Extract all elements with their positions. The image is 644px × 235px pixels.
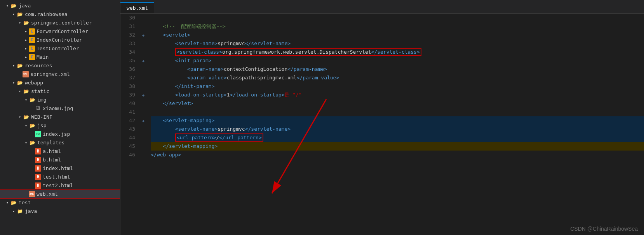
folder-icon-java2 [16, 208, 23, 214]
tree-item-index.html[interactable]: index.html [0, 164, 120, 173]
tree-item-WEB-INF[interactable]: WEB-INF [0, 113, 120, 121]
gutter-cell-40 [139, 99, 148, 108]
tree-label-java: java [19, 2, 31, 10]
gutter-cell-41 [139, 108, 148, 116]
code-line-44[interactable]: <url-pattern>/</url-pattern> [151, 133, 644, 142]
file-tree[interactable]: javacom.rainbowseaspringmvc.controllerFo… [0, 0, 120, 235]
code-line-36[interactable]: <param-name>contextConfigLocation</param… [151, 65, 644, 74]
tree-arrow-IndexController [23, 36, 29, 44]
java-icon-Main [29, 54, 35, 60]
tree-label-b.html: b.html [43, 156, 61, 164]
tree-arrow-TestController [23, 45, 29, 53]
tree-arrow-test [5, 199, 10, 207]
code-line-34[interactable]: <servlet-class>org.springframework.web.s… [151, 48, 644, 56]
code-line-40[interactable]: </servlet> [151, 99, 644, 108]
tree-item-index.jsp[interactable]: index.jsp [0, 130, 120, 139]
tree-item-web.xml[interactable]: web.xml [0, 190, 120, 198]
tree-item-test.html[interactable]: test.html [0, 173, 120, 181]
folder-icon-jsp [29, 123, 36, 129]
tree-label-index.html: index.html [43, 165, 73, 172]
tree-item-webapp[interactable]: webapp [0, 79, 120, 87]
tree-arrow-templates [23, 139, 29, 147]
code-line-41[interactable] [151, 108, 644, 116]
tree-item-img[interactable]: img [0, 96, 120, 104]
tree-arrow-static [17, 88, 23, 95]
line-num-37: 37 [120, 74, 135, 82]
code-line-33[interactable]: <servlet-name>springmvc</servlet-name> [151, 39, 644, 48]
java-icon-IndexController [29, 37, 35, 43]
line-num-44: 44 [120, 133, 135, 142]
code-line-39[interactable]: <load-on-startup>1</load-on-startup>是 "/… [151, 91, 644, 99]
tree-item-static[interactable]: static [0, 87, 120, 96]
folder-icon-test [10, 200, 17, 206]
tree-label-WEB-INF: WEB-INF [31, 113, 52, 121]
line-num-38: 38 [120, 82, 135, 91]
gutter-cell-46 [139, 151, 148, 159]
code-line-30[interactable] [151, 14, 644, 22]
line-num-43: 43 [120, 125, 135, 133]
gutter-cell-42: ◆ [139, 116, 148, 125]
tree-label-ForwardController: ForwardController [37, 28, 88, 35]
tree-label-Main: Main [37, 53, 49, 61]
tree-item-test2.html[interactable]: test2.html [0, 181, 120, 190]
line-num-39: 39 [120, 91, 135, 99]
tree-label-java2: java [25, 207, 37, 215]
tree-item-resources[interactable]: resources [0, 61, 120, 70]
code-line-32[interactable]: <servlet> [151, 31, 644, 39]
code-line-35[interactable]: <init-param> [151, 56, 644, 65]
tree-item-a.html[interactable]: a.html [0, 147, 120, 156]
tree-item-IndexController[interactable]: IndexController [0, 36, 120, 44]
tree-arrow-java2 [11, 207, 16, 215]
gutter-cell-44 [139, 133, 148, 142]
code-line-42[interactable]: <servlet-mapping> [151, 116, 644, 125]
gutter-cell-39: ◆ [139, 91, 148, 99]
code-line-46[interactable]: </web-app> [151, 151, 644, 159]
line-num-41: 41 [120, 108, 135, 116]
tree-item-springmvc.controller[interactable]: springmvc.controller [0, 19, 120, 27]
tree-item-test[interactable]: test [0, 198, 120, 207]
tab-web-xml[interactable]: web.xml [120, 2, 154, 13]
tree-item-ForwardController[interactable]: ForwardController [0, 27, 120, 36]
code-lines[interactable]: <!-- 配置前端控制器--> <servlet> <servlet-name>… [148, 14, 644, 235]
editor-tabs[interactable]: web.xml [120, 0, 644, 14]
tree-arrow-com.rainbowsea [11, 11, 16, 18]
tree-item-Main[interactable]: Main [0, 53, 120, 61]
img-icon-xiaomu.jpg [35, 105, 41, 112]
tree-item-templates[interactable]: templates [0, 139, 120, 147]
gutter-cell-31 [139, 22, 148, 31]
tree-item-jsp[interactable]: jsp [0, 121, 120, 130]
tree-label-test: test [19, 199, 31, 207]
tree-item-xiaomu.jpg[interactable]: xiaomu.jpg [0, 104, 120, 113]
gutter-cell-37 [139, 74, 148, 82]
tree-arrow-Main [23, 53, 29, 61]
code-line-31[interactable]: <!-- 配置前端控制器--> [151, 22, 644, 31]
folder-icon-resources [16, 63, 23, 69]
folder-icon-WEB-INF [23, 114, 30, 120]
html-icon-test2.html [35, 182, 41, 189]
line-num-42: 42 [120, 116, 135, 125]
tree-arrow-java [5, 2, 10, 10]
tree-arrow-ForwardController [23, 28, 29, 35]
code-line-38[interactable]: </init-param> [151, 82, 644, 91]
gutter-cell-35: ◆ [139, 56, 148, 65]
folder-icon-static [23, 88, 30, 95]
editor-content[interactable]: 3031323334353637383940414243444546 ◆◆◆◆ … [120, 14, 644, 235]
tree-label-resources: resources [25, 62, 52, 70]
code-line-45[interactable]: </servlet-mapping> [151, 142, 644, 151]
tree-item-com.rainbowsea[interactable]: com.rainbowsea [0, 10, 120, 19]
gutter-cell-33 [139, 39, 148, 48]
tree-label-springmvc.xml: springmvc.xml [30, 70, 70, 78]
tree-item-java2[interactable]: java [0, 207, 120, 216]
folder-icon-templates [29, 140, 36, 146]
tree-item-TestController[interactable]: TestController [0, 44, 120, 53]
gutter-cell-32: ◆ [139, 31, 148, 39]
watermark: CSDN @ChinaRainbowSea [570, 226, 638, 232]
tree-item-b.html[interactable]: b.html [0, 156, 120, 164]
line-num-45: 45 [120, 142, 135, 151]
tree-item-springmvc.xml[interactable]: springmvc.xml [0, 70, 120, 79]
code-line-37[interactable]: <param-value>classpath:springmvc.xml</pa… [151, 74, 644, 82]
java-icon-ForwardController [29, 28, 35, 35]
tree-item-java[interactable]: java [0, 2, 120, 10]
code-line-43[interactable]: <servlet-name>springmvc</servlet-name> [151, 125, 644, 133]
line-numbers: 3031323334353637383940414243444546 [120, 14, 139, 235]
